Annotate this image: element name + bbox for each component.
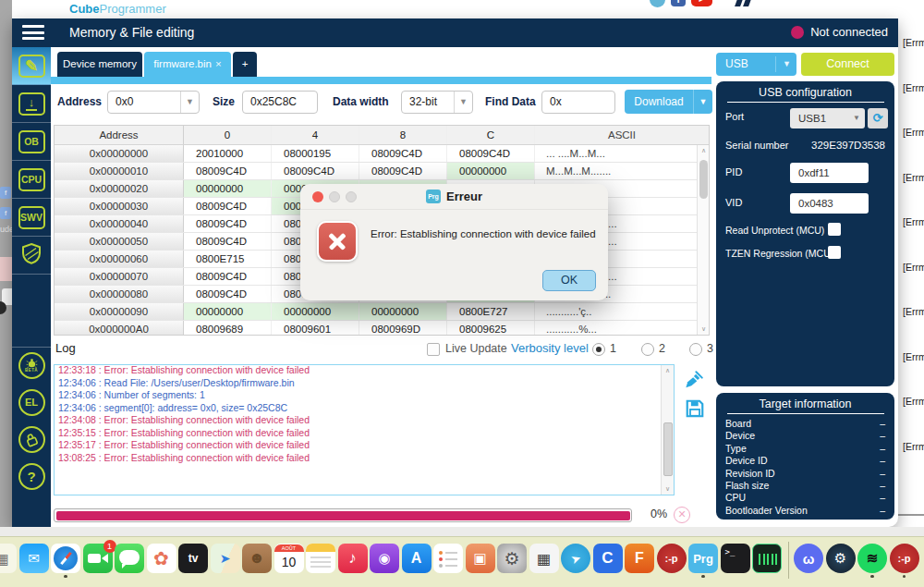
cell-hex[interactable]: 08009625 [447,321,535,336]
dock-icon-steam[interactable]: ⚙ [826,544,856,573]
tzen-regression-checkbox[interactable] [828,246,841,259]
st-logo-icon[interactable] [737,0,761,6]
dock-icon-fusion[interactable]: F [625,544,654,573]
cell-hex[interactable]: 08009C4D [184,286,272,302]
cell-hex[interactable]: 0800E727 [447,303,535,320]
youtube-icon[interactable]: ▶ [691,0,712,6]
cell-hex[interactable]: 0800969D [359,321,447,336]
dock-icon-safari[interactable] [51,544,80,573]
cell-hex[interactable]: 00000000 [359,303,447,320]
cell-hex[interactable]: 08009601 [272,321,359,336]
dock-icon-notes[interactable] [306,544,335,573]
cancel-progress-icon[interactable]: ✕ [674,507,690,523]
dock-icon-telegram[interactable]: ➤ [561,544,590,573]
dock-icon-launchpad[interactable]: ▦ [0,544,17,573]
sidebar-item-help[interactable]: ? [12,458,51,495]
tab-add[interactable]: + [233,52,257,77]
dock-icon-audio-app[interactable] [752,544,782,573]
table-row[interactable]: 0x000000A008009689080096010800969D080096… [55,321,709,336]
tab-firmware-bin[interactable]: firmware.bin× [144,52,231,77]
clean-log-icon[interactable] [685,369,705,393]
size-input[interactable]: 0x25C8C [242,91,318,114]
download-dropdown-arrow[interactable]: ▼ [693,90,712,114]
dock-icon-package-app[interactable]: ▣ [466,544,495,573]
hamburger-menu-icon[interactable] [22,25,44,43]
dock-icon-stm-app[interactable]: :-p [657,544,687,573]
facebook-icon[interactable]: f [671,0,686,6]
sidebar-item-option-bytes[interactable]: OB [12,123,51,161]
cell-hex[interactable]: 08000195 [272,145,359,162]
dock-icon-photos[interactable]: ✿ [147,544,176,573]
interface-combo[interactable]: USB▼ [716,53,796,76]
dock-icon-music[interactable]: ♪ [338,544,368,573]
cell-hex[interactable]: 08009C4D [184,163,272,179]
tab-close-icon[interactable]: × [215,58,222,69]
table-scrollbar[interactable]: ∧ ∨ [697,145,709,335]
refresh-ports-icon[interactable]: ⟳ [868,108,888,128]
web-icon[interactable] [650,0,665,7]
dock-icon-system-settings[interactable]: ⚙ [497,544,527,573]
sidebar-item-beta-debug[interactable]: BETA [12,347,51,384]
dock-icon-c-app[interactable]: C [593,544,623,573]
verbosity-radio-1[interactable] [592,343,605,356]
verbosity-radio-2[interactable] [641,343,654,356]
dock-icon-facetime[interactable]: 1 [83,544,113,573]
cell-hex[interactable]: 20010000 [184,145,272,162]
maximize-window-icon[interactable] [346,191,357,202]
cell-hex[interactable]: 08009C4D [359,145,447,162]
cell-hex[interactable]: 00000000 [272,303,359,320]
table-row[interactable]: 0x0000001008009C4D08009C4D08009C4D000000… [55,163,709,180]
table-row[interactable]: 0x00000000200100000800019508009C4D08009C… [55,145,709,163]
dock-icon-discord[interactable]: ω [794,544,823,573]
dock-icon-contacts[interactable]: ☻ [242,544,272,573]
address-combo[interactable]: 0x0▼ [107,91,200,114]
log-console[interactable]: 12:33:18 : Error: Establishing connectio… [54,364,675,495]
cell-hex[interactable]: 08009C4D [184,215,272,232]
cell-hex[interactable]: 00000000 [184,180,272,197]
log-scrollbar[interactable]: ∧ ∨ [661,365,674,495]
table-row[interactable]: 0x000000900000000000000000000000000800E7… [55,303,709,321]
sidebar-item-cpu[interactable]: CPU [12,161,51,199]
sidebar-item-erasing-programming[interactable]: ↓ [12,85,51,123]
data-width-combo[interactable]: 32-bit▼ [401,91,473,114]
cell-hex[interactable]: 08009C4D [184,233,272,250]
live-update-checkbox[interactable] [427,343,440,356]
dock-icon-podcasts[interactable]: ◉ [370,544,399,573]
find-data-input[interactable]: 0x [541,91,615,114]
dock-icon-messages[interactable] [115,544,144,573]
dock-icon-calendar[interactable]: AOÛT10 [274,544,304,573]
sidebar-item-swv[interactable]: SWV [12,199,51,237]
dock-icon-apple-tv[interactable]: tv [178,544,208,573]
dock-icon-maps[interactable]: ➤ [211,544,240,573]
dock-icon-stm-app-2[interactable]: :-p [890,544,919,573]
dock-icon-reminders[interactable] [433,544,463,573]
cell-hex[interactable]: 08009C4D [359,163,447,179]
tab-device-memory[interactable]: Device memory [57,52,142,77]
download-button[interactable]: Download [625,90,693,114]
dock-icon-terminal[interactable]: >_ [721,544,750,573]
vid-input[interactable]: 0x0483 [790,193,869,214]
pid-input[interactable]: 0xdf11 [790,163,869,183]
dock-icon-app-store[interactable]: A [402,544,432,573]
cell-hex[interactable]: 08009C4D [184,198,272,214]
cell-hex[interactable]: 00000000 [447,163,535,179]
port-combo[interactable]: USB1▼ [790,108,865,128]
sidebar-item-external-loader[interactable]: EL [12,384,51,421]
dock-icon-cubemx[interactable]: ▦ [529,544,559,573]
cell-hex[interactable]: 00000000 [184,303,272,320]
cell-hex[interactable]: 08009C4D [272,163,359,179]
verbosity-radio-3[interactable] [689,343,702,356]
sidebar-item-security[interactable] [12,237,51,275]
ok-button[interactable]: OK [542,270,596,291]
cell-hex[interactable]: 08009C4D [184,268,272,285]
dock-icon-spotify[interactable]: ≋ [857,544,887,573]
dock-icon-mail[interactable]: ✉ [19,544,49,573]
save-log-icon[interactable] [685,398,705,422]
read-unprotect-checkbox[interactable] [828,223,841,236]
cell-hex[interactable]: 08009C4D [447,145,535,162]
cell-hex[interactable]: 08009689 [184,321,272,336]
connect-button[interactable]: Connect [801,53,894,76]
sidebar-item-secure-programming[interactable] [12,421,51,458]
close-window-icon[interactable] [312,191,323,202]
minimize-window-icon[interactable] [329,191,340,202]
